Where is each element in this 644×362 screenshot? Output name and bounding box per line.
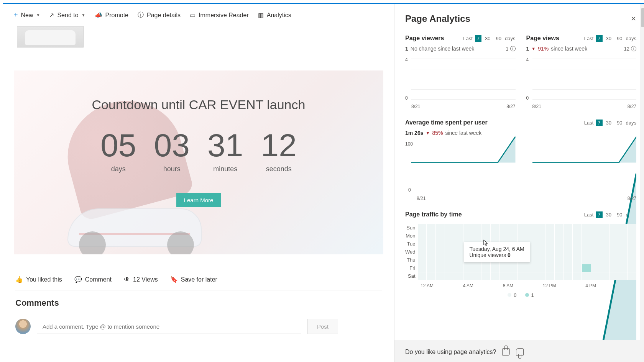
heatmap-cell[interactable]: [555, 224, 564, 232]
heatmap-cell[interactable]: [445, 248, 454, 256]
heatmap-cell[interactable]: [582, 232, 591, 240]
save-later-button[interactable]: 🔖Save for later: [170, 276, 217, 283]
heatmap-cell[interactable]: [527, 264, 536, 272]
heatmap-cell[interactable]: [573, 256, 582, 264]
heatmap-cell[interactable]: [582, 248, 591, 256]
heatmap-cell[interactable]: [418, 272, 427, 280]
heatmap-cell[interactable]: [555, 232, 564, 240]
heatmap-cell[interactable]: [491, 264, 499, 272]
range-90[interactable]: 90: [615, 35, 624, 42]
new-button[interactable]: +New▼: [14, 11, 40, 19]
heatmap-cell[interactable]: [454, 272, 463, 280]
heatmap-cell[interactable]: [481, 264, 490, 272]
heatmap-cell[interactable]: [555, 264, 564, 272]
heatmap-cell[interactable]: [445, 264, 454, 272]
heatmap-cell[interactable]: [591, 248, 600, 256]
views-count[interactable]: 👁12 Views: [124, 276, 158, 283]
heatmap-cell[interactable]: [573, 264, 582, 272]
heatmap-cell[interactable]: [582, 272, 591, 280]
heatmap-cell[interactable]: [527, 272, 536, 280]
heatmap-cell[interactable]: [454, 224, 463, 232]
heatmap-cell[interactable]: [610, 224, 618, 232]
heatmap-cell[interactable]: [545, 224, 554, 232]
heatmap-cell[interactable]: [445, 256, 454, 264]
range-90[interactable]: 90: [494, 35, 503, 42]
info-icon[interactable]: i: [510, 46, 516, 51]
heatmap-cell[interactable]: [618, 256, 627, 264]
heatmap-cell[interactable]: [491, 232, 499, 240]
heatmap-cell[interactable]: [436, 256, 445, 264]
heatmap-cell[interactable]: [472, 224, 481, 232]
heatmap-cell[interactable]: [454, 240, 463, 248]
heatmap-cell[interactable]: [600, 256, 609, 264]
heatmap-cell[interactable]: [518, 224, 527, 232]
heatmap-cell[interactable]: [564, 272, 573, 280]
heatmap-cell[interactable]: [445, 232, 454, 240]
heatmap-cell[interactable]: [445, 240, 454, 248]
heatmap-cell[interactable]: [536, 264, 545, 272]
heatmap-cell[interactable]: [454, 248, 463, 256]
heatmap-cell[interactable]: [610, 240, 618, 248]
heatmap-cell[interactable]: [436, 272, 445, 280]
heatmap-cell[interactable]: [564, 240, 573, 248]
heatmap-cell[interactable]: [628, 240, 636, 248]
heatmap-cell[interactable]: [536, 248, 545, 256]
range-7[interactable]: 7: [596, 35, 602, 42]
heatmap-cell[interactable]: [445, 224, 454, 232]
heatmap-cell[interactable]: [418, 232, 427, 240]
heatmap-cell[interactable]: [591, 272, 600, 280]
heatmap-cell[interactable]: [618, 224, 627, 232]
heatmap-cell[interactable]: [536, 240, 545, 248]
scrollbar[interactable]: [640, 4, 644, 362]
heatmap-cell[interactable]: [527, 232, 536, 240]
heatmap-cell[interactable]: [481, 224, 490, 232]
heatmap-cell[interactable]: [564, 232, 573, 240]
heatmap-cell[interactable]: [536, 272, 545, 280]
heatmap-cell[interactable]: [610, 256, 618, 264]
heatmap-cell[interactable]: [555, 240, 564, 248]
heatmap-cell[interactable]: [610, 264, 618, 272]
heatmap-cell[interactable]: [618, 248, 627, 256]
comment-input[interactable]: [37, 319, 301, 334]
heatmap-cell[interactable]: [628, 224, 636, 232]
heatmap-cell[interactable]: [427, 248, 435, 256]
heatmap-cell[interactable]: [418, 256, 427, 264]
thumbs-down-icon[interactable]: [516, 348, 524, 356]
close-icon[interactable]: ✕: [631, 15, 636, 23]
heatmap-cell[interactable]: [536, 224, 545, 232]
heatmap-cell[interactable]: [491, 272, 499, 280]
heatmap-cell[interactable]: [564, 256, 573, 264]
heatmap-cell[interactable]: [582, 256, 591, 264]
heatmap-cell[interactable]: [591, 264, 600, 272]
heatmap-cell[interactable]: [573, 272, 582, 280]
heatmap-cell[interactable]: [545, 256, 554, 264]
heatmap-cell[interactable]: [436, 240, 445, 248]
heatmap-cell[interactable]: [418, 224, 427, 232]
like-button[interactable]: 👍You liked this: [15, 276, 62, 283]
heatmap-cell[interactable]: [500, 264, 509, 272]
heatmap-cell[interactable]: [610, 232, 618, 240]
heatmap-cell[interactable]: [628, 256, 636, 264]
heatmap-cell[interactable]: [555, 248, 564, 256]
heatmap-cell[interactable]: [600, 224, 609, 232]
comment-button[interactable]: 💬Comment: [74, 276, 112, 283]
heatmap-cell[interactable]: [628, 272, 636, 280]
range-7[interactable]: 7: [475, 35, 481, 42]
heatmap-cell[interactable]: [610, 248, 618, 256]
heatmap-cell[interactable]: [573, 224, 582, 232]
heatmap-cell[interactable]: [418, 248, 427, 256]
heatmap-cell[interactable]: [472, 272, 481, 280]
heatmap-cell[interactable]: [564, 224, 573, 232]
heatmap-cell[interactable]: [582, 224, 591, 232]
heatmap-cell[interactable]: [481, 272, 490, 280]
immersive-reader-button[interactable]: ▭Immersive Reader: [190, 11, 249, 19]
heatmap-cell[interactable]: [600, 240, 609, 248]
heatmap-cell[interactable]: [427, 272, 435, 280]
heatmap-cell[interactable]: [427, 256, 435, 264]
heatmap-cell[interactable]: [509, 264, 518, 272]
heatmap-cell[interactable]: [454, 232, 463, 240]
heatmap-cell[interactable]: [518, 272, 527, 280]
heatmap-cell[interactable]: [500, 224, 509, 232]
heatmap-cell[interactable]: [591, 232, 600, 240]
page-details-button[interactable]: ⓘPage details: [138, 11, 181, 19]
